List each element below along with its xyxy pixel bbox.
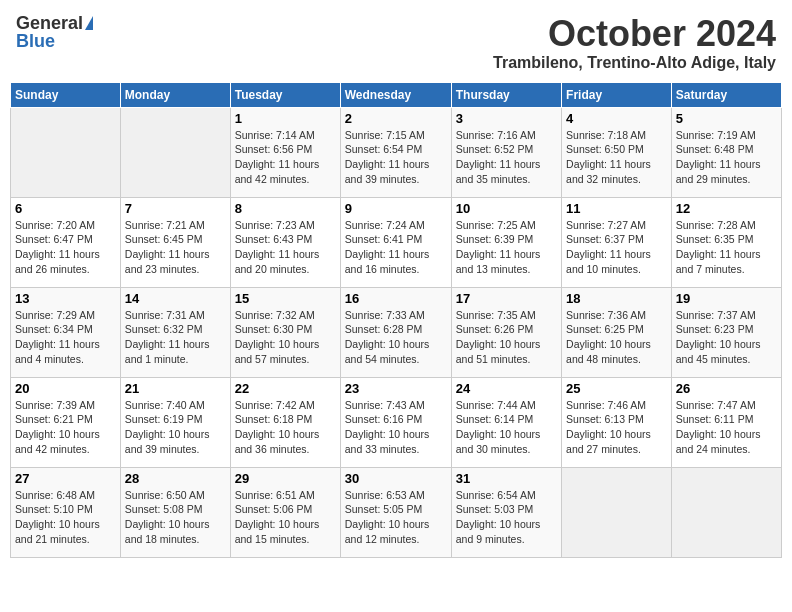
day-number: 1 <box>235 111 336 126</box>
day-number: 20 <box>15 381 116 396</box>
calendar-cell: 18Sunrise: 7:36 AM Sunset: 6:25 PM Dayli… <box>562 287 672 377</box>
weekday-header-sunday: Sunday <box>11 82 121 107</box>
day-info: Sunrise: 7:44 AM Sunset: 6:14 PM Dayligh… <box>456 398 557 457</box>
calendar-week-5: 27Sunrise: 6:48 AM Sunset: 5:10 PM Dayli… <box>11 467 782 557</box>
logo-general-text: General <box>16 14 83 32</box>
day-info: Sunrise: 7:25 AM Sunset: 6:39 PM Dayligh… <box>456 218 557 277</box>
calendar-cell: 6Sunrise: 7:20 AM Sunset: 6:47 PM Daylig… <box>11 197 121 287</box>
day-info: Sunrise: 7:37 AM Sunset: 6:23 PM Dayligh… <box>676 308 777 367</box>
day-number: 19 <box>676 291 777 306</box>
day-number: 18 <box>566 291 667 306</box>
calendar-cell: 10Sunrise: 7:25 AM Sunset: 6:39 PM Dayli… <box>451 197 561 287</box>
day-info: Sunrise: 7:15 AM Sunset: 6:54 PM Dayligh… <box>345 128 447 187</box>
day-info: Sunrise: 7:47 AM Sunset: 6:11 PM Dayligh… <box>676 398 777 457</box>
calendar-cell <box>671 467 781 557</box>
logo-blue-text: Blue <box>16 32 55 50</box>
day-number: 22 <box>235 381 336 396</box>
calendar-week-2: 6Sunrise: 7:20 AM Sunset: 6:47 PM Daylig… <box>11 197 782 287</box>
day-number: 27 <box>15 471 116 486</box>
day-number: 6 <box>15 201 116 216</box>
day-number: 21 <box>125 381 226 396</box>
day-number: 23 <box>345 381 447 396</box>
day-info: Sunrise: 6:50 AM Sunset: 5:08 PM Dayligh… <box>125 488 226 547</box>
day-number: 29 <box>235 471 336 486</box>
day-number: 30 <box>345 471 447 486</box>
day-number: 25 <box>566 381 667 396</box>
calendar-table: SundayMondayTuesdayWednesdayThursdayFrid… <box>10 82 782 558</box>
month-title: October 2024 <box>493 14 776 54</box>
day-info: Sunrise: 7:19 AM Sunset: 6:48 PM Dayligh… <box>676 128 777 187</box>
logo-triangle-icon <box>85 16 93 30</box>
calendar-cell: 9Sunrise: 7:24 AM Sunset: 6:41 PM Daylig… <box>340 197 451 287</box>
calendar-cell: 29Sunrise: 6:51 AM Sunset: 5:06 PM Dayli… <box>230 467 340 557</box>
day-number: 28 <box>125 471 226 486</box>
calendar-cell: 13Sunrise: 7:29 AM Sunset: 6:34 PM Dayli… <box>11 287 121 377</box>
weekday-header-monday: Monday <box>120 82 230 107</box>
calendar-cell: 20Sunrise: 7:39 AM Sunset: 6:21 PM Dayli… <box>11 377 121 467</box>
weekday-header-saturday: Saturday <box>671 82 781 107</box>
calendar-cell: 26Sunrise: 7:47 AM Sunset: 6:11 PM Dayli… <box>671 377 781 467</box>
day-info: Sunrise: 7:14 AM Sunset: 6:56 PM Dayligh… <box>235 128 336 187</box>
calendar-cell: 8Sunrise: 7:23 AM Sunset: 6:43 PM Daylig… <box>230 197 340 287</box>
title-block: October 2024 Trambileno, Trentino-Alto A… <box>493 14 776 72</box>
day-info: Sunrise: 7:28 AM Sunset: 6:35 PM Dayligh… <box>676 218 777 277</box>
calendar-cell: 28Sunrise: 6:50 AM Sunset: 5:08 PM Dayli… <box>120 467 230 557</box>
weekday-header-friday: Friday <box>562 82 672 107</box>
day-number: 2 <box>345 111 447 126</box>
day-number: 3 <box>456 111 557 126</box>
calendar-cell <box>120 107 230 197</box>
calendar-week-3: 13Sunrise: 7:29 AM Sunset: 6:34 PM Dayli… <box>11 287 782 377</box>
day-info: Sunrise: 7:46 AM Sunset: 6:13 PM Dayligh… <box>566 398 667 457</box>
day-info: Sunrise: 7:23 AM Sunset: 6:43 PM Dayligh… <box>235 218 336 277</box>
calendar-cell: 5Sunrise: 7:19 AM Sunset: 6:48 PM Daylig… <box>671 107 781 197</box>
day-number: 15 <box>235 291 336 306</box>
day-number: 16 <box>345 291 447 306</box>
day-number: 31 <box>456 471 557 486</box>
calendar-cell: 31Sunrise: 6:54 AM Sunset: 5:03 PM Dayli… <box>451 467 561 557</box>
day-info: Sunrise: 7:24 AM Sunset: 6:41 PM Dayligh… <box>345 218 447 277</box>
day-info: Sunrise: 6:48 AM Sunset: 5:10 PM Dayligh… <box>15 488 116 547</box>
day-info: Sunrise: 7:36 AM Sunset: 6:25 PM Dayligh… <box>566 308 667 367</box>
day-number: 13 <box>15 291 116 306</box>
day-info: Sunrise: 7:20 AM Sunset: 6:47 PM Dayligh… <box>15 218 116 277</box>
day-number: 8 <box>235 201 336 216</box>
day-number: 24 <box>456 381 557 396</box>
day-number: 12 <box>676 201 777 216</box>
day-info: Sunrise: 7:31 AM Sunset: 6:32 PM Dayligh… <box>125 308 226 367</box>
day-number: 11 <box>566 201 667 216</box>
calendar-cell: 25Sunrise: 7:46 AM Sunset: 6:13 PM Dayli… <box>562 377 672 467</box>
day-info: Sunrise: 7:27 AM Sunset: 6:37 PM Dayligh… <box>566 218 667 277</box>
day-info: Sunrise: 7:32 AM Sunset: 6:30 PM Dayligh… <box>235 308 336 367</box>
day-number: 14 <box>125 291 226 306</box>
calendar-cell: 22Sunrise: 7:42 AM Sunset: 6:18 PM Dayli… <box>230 377 340 467</box>
day-info: Sunrise: 7:18 AM Sunset: 6:50 PM Dayligh… <box>566 128 667 187</box>
day-info: Sunrise: 6:54 AM Sunset: 5:03 PM Dayligh… <box>456 488 557 547</box>
calendar-cell <box>11 107 121 197</box>
calendar-cell: 11Sunrise: 7:27 AM Sunset: 6:37 PM Dayli… <box>562 197 672 287</box>
day-info: Sunrise: 7:43 AM Sunset: 6:16 PM Dayligh… <box>345 398 447 457</box>
calendar-cell: 2Sunrise: 7:15 AM Sunset: 6:54 PM Daylig… <box>340 107 451 197</box>
day-number: 10 <box>456 201 557 216</box>
day-info: Sunrise: 7:39 AM Sunset: 6:21 PM Dayligh… <box>15 398 116 457</box>
day-info: Sunrise: 6:53 AM Sunset: 5:05 PM Dayligh… <box>345 488 447 547</box>
day-number: 9 <box>345 201 447 216</box>
day-number: 26 <box>676 381 777 396</box>
weekday-header-thursday: Thursday <box>451 82 561 107</box>
calendar-cell: 12Sunrise: 7:28 AM Sunset: 6:35 PM Dayli… <box>671 197 781 287</box>
weekday-header-wednesday: Wednesday <box>340 82 451 107</box>
calendar-body: 1Sunrise: 7:14 AM Sunset: 6:56 PM Daylig… <box>11 107 782 557</box>
day-info: Sunrise: 7:40 AM Sunset: 6:19 PM Dayligh… <box>125 398 226 457</box>
day-number: 17 <box>456 291 557 306</box>
calendar-cell: 23Sunrise: 7:43 AM Sunset: 6:16 PM Dayli… <box>340 377 451 467</box>
day-number: 4 <box>566 111 667 126</box>
weekday-header-row: SundayMondayTuesdayWednesdayThursdayFrid… <box>11 82 782 107</box>
day-info: Sunrise: 7:35 AM Sunset: 6:26 PM Dayligh… <box>456 308 557 367</box>
location-title: Trambileno, Trentino-Alto Adige, Italy <box>493 54 776 72</box>
weekday-header-tuesday: Tuesday <box>230 82 340 107</box>
calendar-cell: 3Sunrise: 7:16 AM Sunset: 6:52 PM Daylig… <box>451 107 561 197</box>
calendar-week-4: 20Sunrise: 7:39 AM Sunset: 6:21 PM Dayli… <box>11 377 782 467</box>
page-header: General Blue October 2024 Trambileno, Tr… <box>10 10 782 76</box>
calendar-cell: 27Sunrise: 6:48 AM Sunset: 5:10 PM Dayli… <box>11 467 121 557</box>
calendar-cell: 24Sunrise: 7:44 AM Sunset: 6:14 PM Dayli… <box>451 377 561 467</box>
day-number: 5 <box>676 111 777 126</box>
